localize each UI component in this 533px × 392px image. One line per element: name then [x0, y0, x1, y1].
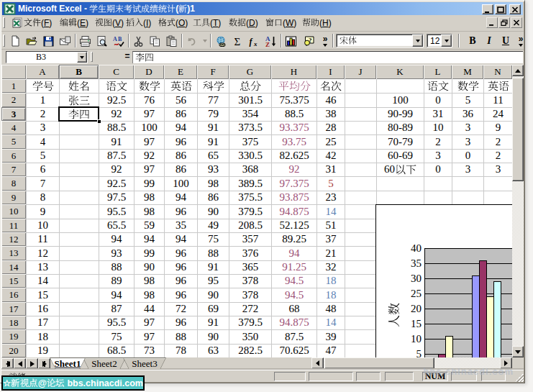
column-header-M[interactable]: M: [452, 65, 483, 79]
cell-N6[interactable]: 2: [484, 150, 512, 162]
cell-H11[interactable]: 52.125: [272, 219, 316, 232]
cell-M7[interactable]: 3: [452, 163, 483, 176]
cell-D11[interactable]: 59: [135, 219, 164, 232]
cell-A3[interactable]: 2: [27, 108, 59, 120]
sheet-close-button[interactable]: [511, 17, 522, 28]
email-button[interactable]: [57, 33, 73, 49]
cell-I1[interactable]: [317, 80, 345, 92]
column-header-A[interactable]: A: [26, 65, 59, 79]
column-header-K[interactable]: K: [376, 65, 424, 79]
copy-button[interactable]: [147, 33, 163, 49]
cell-E12[interactable]: 94: [165, 233, 197, 245]
cell-N5[interactable]: 2: [484, 135, 512, 148]
select-all-corner[interactable]: [1, 65, 26, 79]
cell-N3[interactable]: 24: [484, 108, 512, 120]
cell-M6[interactable]: 0: [452, 150, 483, 162]
cell-I13[interactable]: 21: [317, 247, 345, 260]
cell-C15[interactable]: 89: [99, 275, 134, 287]
cell-G7[interactable]: 368: [229, 163, 271, 176]
cell-D14[interactable]: 90: [135, 261, 164, 273]
cell-K3[interactable]: 90-99: [377, 108, 424, 120]
cell-F14[interactable]: 91: [198, 261, 229, 273]
cell-A16[interactable]: 15: [27, 288, 59, 301]
undo-dropdown[interactable]: [200, 33, 209, 49]
row-header-2[interactable]: 2: [1, 93, 26, 107]
font-size-combo-dropdown[interactable]: [441, 35, 452, 47]
cell-K7[interactable]: 60: [377, 163, 424, 176]
cell-I12[interactable]: 37: [317, 233, 345, 245]
font-name-combo-dropdown[interactable]: [412, 35, 423, 47]
cell-L2[interactable]: 0: [424, 94, 452, 106]
cell-M1[interactable]: [452, 80, 483, 92]
cell-G2[interactable]: 301.5: [229, 94, 271, 106]
cell-D16[interactable]: 98: [135, 288, 164, 301]
new-workbook-button[interactable]: [7, 33, 24, 49]
cell-B2[interactable]: [60, 94, 99, 106]
print-button[interactable]: [77, 33, 94, 49]
row-header-7[interactable]: 7: [1, 163, 26, 176]
name-box-dropdown[interactable]: [77, 52, 87, 63]
cell-H18[interactable]: 94.875: [272, 316, 316, 329]
cell-C7[interactable]: 92: [99, 163, 134, 176]
cell-E17[interactable]: 72: [165, 303, 197, 315]
cell-C16[interactable]: 94: [99, 288, 134, 301]
column-header-J[interactable]: J: [345, 65, 376, 79]
row-header-10[interactable]: 10: [1, 204, 26, 219]
cell-G14[interactable]: 365: [229, 261, 271, 273]
cell-C5[interactable]: 91: [99, 135, 134, 148]
cell-F12[interactable]: 75: [198, 233, 229, 245]
cell-E1[interactable]: [165, 80, 197, 92]
cell-C8[interactable]: 92.5: [99, 177, 134, 190]
cell-H1[interactable]: [272, 80, 316, 92]
cell-N4[interactable]: 9: [484, 122, 512, 134]
cell-I19[interactable]: 39: [317, 330, 345, 343]
cell-C1[interactable]: [99, 80, 134, 92]
cell-F6[interactable]: 65: [198, 150, 229, 162]
cell-A6[interactable]: 5: [27, 150, 59, 162]
cell-G15[interactable]: 378: [229, 275, 271, 287]
cell-I5[interactable]: 25: [317, 135, 345, 148]
row-header-20[interactable]: 20: [1, 344, 26, 357]
cell-M5[interactable]: 3: [452, 135, 483, 148]
cell-F15[interactable]: 95: [198, 275, 229, 287]
cell-A5[interactable]: 4: [27, 135, 59, 148]
cell-A7[interactable]: 6: [27, 163, 59, 176]
row-header-11[interactable]: 11: [1, 219, 26, 232]
cell-D12[interactable]: 94: [135, 233, 164, 245]
column-header-B[interactable]: B: [59, 65, 99, 79]
cell-E13[interactable]: 96: [165, 247, 197, 260]
cell-C18[interactable]: 95.5: [99, 316, 134, 329]
column-header-D[interactable]: D: [134, 65, 164, 79]
cell-K6[interactable]: 60-69: [377, 150, 424, 162]
save-button[interactable]: [40, 33, 57, 49]
cell-A14[interactable]: 13: [27, 261, 59, 273]
cell-F10[interactable]: 90: [198, 205, 229, 218]
cell-G10[interactable]: 379.5: [229, 205, 271, 218]
cell-C6[interactable]: 87.5: [99, 150, 134, 162]
cell-G8[interactable]: 389.5: [229, 177, 271, 190]
cell-I7[interactable]: 31: [317, 163, 345, 176]
column-header-L[interactable]: L: [424, 65, 452, 79]
cell-D15[interactable]: 98: [135, 275, 164, 287]
prev-sheet-button[interactable]: [14, 358, 26, 369]
cell-H15[interactable]: 94.5: [272, 275, 316, 287]
cell-I2[interactable]: 46: [317, 94, 345, 106]
cell-E10[interactable]: 96: [165, 205, 197, 218]
fill-handle[interactable]: [97, 119, 101, 123]
cell-L1[interactable]: [424, 80, 452, 92]
spelling-button[interactable]: AB: [110, 33, 127, 49]
cell-F20[interactable]: 63: [198, 345, 229, 357]
cell-A9[interactable]: 8: [27, 191, 59, 204]
cell-F17[interactable]: 69: [198, 303, 229, 315]
cell-N7[interactable]: 3: [484, 163, 512, 176]
standard-more-buttons[interactable]: »: [319, 33, 331, 49]
sheet-tab-sheet2[interactable]: Sheet2: [83, 357, 126, 369]
formula-input[interactable]: [132, 51, 523, 63]
cell-E4[interactable]: 94: [165, 122, 197, 134]
cell-L7[interactable]: 0: [424, 163, 452, 176]
cell-H9[interactable]: 93.875: [272, 191, 316, 204]
menu-tools[interactable]: (T): [193, 17, 221, 29]
cell-C4[interactable]: 88.5: [99, 122, 134, 134]
cell-I3[interactable]: 38: [317, 108, 345, 120]
cell-F3[interactable]: 79: [198, 108, 229, 120]
